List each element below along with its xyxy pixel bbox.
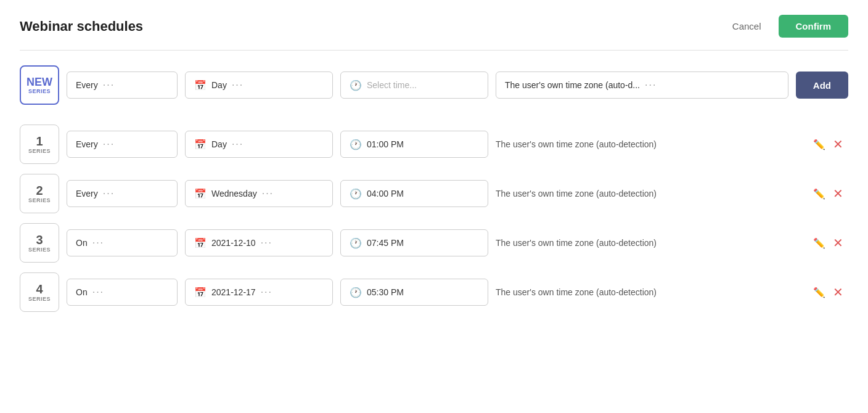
timezone-section-2: The user's own time zone (auto-detection… [496, 185, 848, 202]
period-field-3[interactable]: 📅 2021-12-10 ··· [185, 229, 333, 256]
add-button[interactable]: Add [796, 72, 848, 99]
new-timezone-field[interactable]: The user's own time zone (auto-d... ··· [496, 72, 788, 99]
new-series-row: NEW SERIES Every ··· 📅 Day ··· 🕐 Select … [20, 65, 848, 105]
delete-button-2[interactable]: ✕ [828, 185, 848, 202]
recurrence-field-1[interactable]: Every ··· [67, 131, 178, 158]
schedule-row: 2 SERIES Every ··· 📅 Wednesday ··· 🕐 04:… [20, 174, 848, 213]
delete-button-4[interactable]: ✕ [828, 284, 848, 301]
recurrence-field-4[interactable]: On ··· [67, 279, 178, 306]
recurrence-field-3[interactable]: On ··· [67, 229, 178, 256]
series-badge-4: 4 SERIES [20, 272, 59, 312]
period-value-3: 2021-12-10 [211, 238, 256, 248]
clock-icon-3: 🕐 [350, 237, 362, 249]
new-series-badge: NEW SERIES [20, 65, 59, 105]
clock-icon-2: 🕐 [350, 188, 362, 200]
period-dots-4: ··· [261, 287, 272, 298]
series-badge-2: 2 SERIES [20, 174, 59, 213]
edit-icon-3[interactable]: ✏️ [811, 235, 828, 251]
schedule-row: 4 SERIES On ··· 📅 2021-12-17 ··· 🕐 05:30… [20, 272, 848, 312]
period-dots-1: ··· [232, 139, 244, 150]
period-dots-3: ··· [261, 237, 272, 248]
new-timezone-dots: ··· [645, 80, 657, 91]
series-sub-2: SERIES [28, 198, 51, 203]
schedule-row: 1 SERIES Every ··· 📅 Day ··· 🕐 01:00 PM … [20, 125, 848, 164]
confirm-button[interactable]: Confirm [779, 15, 849, 38]
timezone-section-4: The user's own time zone (auto-detection… [496, 284, 848, 301]
new-time-field[interactable]: 🕐 Select time... [340, 72, 488, 99]
period-field-2[interactable]: 📅 Wednesday ··· [185, 180, 333, 207]
new-time-placeholder: Select time... [367, 80, 417, 90]
series-badge-1: 1 SERIES [20, 125, 59, 164]
delete-button-1[interactable]: ✕ [828, 136, 848, 153]
calendar-icon-4: 📅 [194, 287, 207, 298]
timezone-section-3: The user's own time zone (auto-detection… [496, 234, 848, 251]
new-period-dots: ··· [232, 80, 244, 91]
time-field-4[interactable]: 🕐 05:30 PM [340, 279, 488, 306]
time-value-4: 05:30 PM [367, 287, 404, 297]
period-value-4: 2021-12-17 [211, 287, 256, 297]
page-title: Webinar schedules [20, 18, 143, 35]
recurrence-value-1: Every [76, 139, 98, 149]
new-series-badge-main: NEW [27, 76, 52, 88]
cancel-button[interactable]: Cancel [725, 16, 769, 36]
delete-button-3[interactable]: ✕ [828, 234, 848, 251]
calendar-icon-2: 📅 [194, 188, 207, 200]
recurrence-dots-1: ··· [103, 139, 115, 150]
new-period-field[interactable]: 📅 Day ··· [185, 72, 333, 99]
series-badge-3: 3 SERIES [20, 223, 59, 263]
time-value-3: 07:45 PM [367, 238, 404, 248]
series-number-1: 1 [36, 135, 43, 147]
series-number-2: 2 [36, 184, 43, 197]
header-actions: Cancel Confirm [725, 15, 848, 38]
period-value-1: Day [211, 139, 227, 149]
recurrence-dots-2: ··· [103, 188, 115, 199]
time-field-3[interactable]: 🕐 07:45 PM [340, 229, 488, 256]
calendar-icon-1: 📅 [194, 139, 207, 150]
time-value-1: 01:00 PM [367, 139, 404, 149]
calendar-icon-3: 📅 [194, 237, 207, 249]
new-recurrence-field[interactable]: Every ··· [67, 72, 178, 99]
timezone-value-1: The user's own time zone (auto-detection… [496, 139, 811, 149]
period-value-2: Wednesday [211, 189, 257, 198]
clock-icon: 🕐 [350, 80, 362, 91]
edit-icon-1[interactable]: ✏️ [811, 136, 828, 153]
series-number-4: 4 [36, 283, 43, 295]
series-sub-3: SERIES [28, 247, 51, 253]
series-number-3: 3 [36, 234, 43, 246]
new-period-value: Day [211, 80, 227, 90]
time-field-1[interactable]: 🕐 01:00 PM [340, 131, 488, 158]
clock-icon-1: 🕐 [350, 139, 362, 150]
schedule-row: 3 SERIES On ··· 📅 2021-12-10 ··· 🕐 07:45… [20, 223, 848, 263]
new-series-badge-sub: SERIES [28, 89, 51, 94]
timezone-value-4: The user's own time zone (auto-detection… [496, 287, 811, 297]
time-value-2: 04:00 PM [367, 189, 404, 198]
timezone-section-1: The user's own time zone (auto-detection… [496, 136, 848, 153]
edit-icon-4[interactable]: ✏️ [811, 284, 828, 301]
schedule-list: 1 SERIES Every ··· 📅 Day ··· 🕐 01:00 PM … [20, 125, 848, 312]
recurrence-value-2: Every [76, 189, 98, 198]
period-field-4[interactable]: 📅 2021-12-17 ··· [185, 279, 333, 306]
new-recurrence-dots: ··· [103, 80, 115, 91]
series-sub-4: SERIES [28, 296, 51, 302]
edit-icon-2[interactable]: ✏️ [811, 186, 828, 202]
recurrence-value-3: On [76, 238, 88, 248]
recurrence-field-2[interactable]: Every ··· [67, 180, 178, 207]
new-timezone-value: The user's own time zone (auto-d... [505, 80, 640, 90]
series-sub-1: SERIES [28, 149, 51, 154]
timezone-value-2: The user's own time zone (auto-detection… [496, 189, 811, 198]
time-field-2[interactable]: 🕐 04:00 PM [340, 180, 488, 207]
recurrence-value-4: On [76, 287, 88, 297]
period-dots-2: ··· [262, 188, 274, 199]
recurrence-dots-3: ··· [92, 237, 104, 248]
clock-icon-4: 🕐 [350, 287, 362, 298]
header-divider [20, 50, 848, 51]
period-field-1[interactable]: 📅 Day ··· [185, 131, 333, 158]
new-recurrence-value: Every [76, 80, 98, 90]
calendar-icon: 📅 [194, 80, 207, 91]
timezone-value-3: The user's own time zone (auto-detection… [496, 238, 811, 248]
header: Webinar schedules Cancel Confirm [20, 15, 848, 38]
recurrence-dots-4: ··· [92, 287, 104, 298]
